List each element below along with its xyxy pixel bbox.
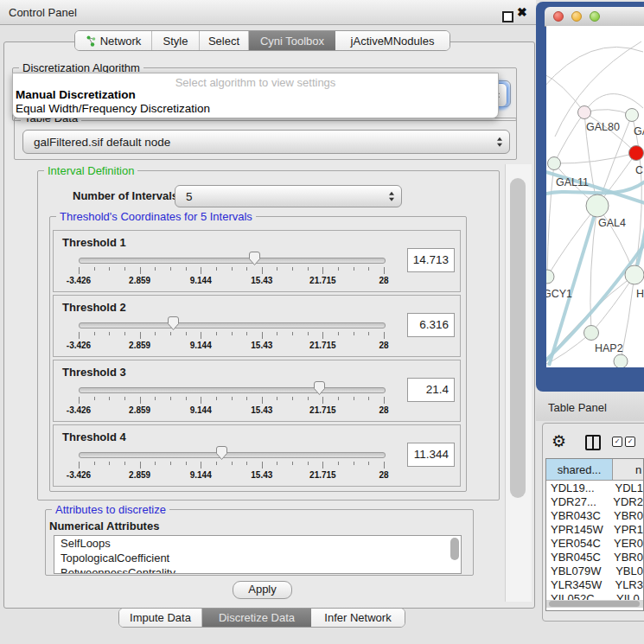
tab-discretize-data-label: Discretize Data [219,611,295,624]
threshold-3-value-field[interactable]: 21.4 [407,378,455,402]
zoom-traffic-light-icon[interactable] [590,11,600,22]
cell-shared-name[interactable]: YBL079W [546,564,612,577]
column-header-shared-name[interactable]: shared... [546,459,613,480]
network-node-label: GAL4 [598,217,626,229]
table-row[interactable]: YBR045CYBR0 [546,550,643,564]
slider-tick [201,397,201,404]
tab-network-label: Network [100,35,142,48]
tab-impute-data[interactable]: Impute Data [119,609,202,627]
cell-name[interactable]: YBR0 [610,551,643,564]
network-edge [554,112,584,163]
table-row[interactable]: YBR043CYBR0 [546,508,643,522]
cell-name[interactable]: YER0 [610,537,643,550]
network-node-gcy1[interactable] [546,270,554,284]
tab-discretize-data[interactable]: Discretize Data [202,609,311,627]
tab-select[interactable]: Select [200,31,249,50]
threshold-2-value-field[interactable]: 6.316 [407,313,455,337]
network-node-gal4[interactable] [586,194,609,217]
network-node-gal80[interactable] [578,106,591,119]
threshold-4-slider-thumb[interactable] [215,445,228,461]
threshold-2-slider-track[interactable] [79,322,386,328]
slider-tick-label: 28 [367,276,401,285]
panel-scrollbar-thumb[interactable] [510,178,526,498]
cell-shared-name[interactable]: YBR045C [546,551,610,564]
select-all-checkbox-icon[interactable]: ✓ [612,437,622,447]
cell-shared-name[interactable]: YDR27... [546,495,609,508]
table-row[interactable]: YDL19...YDL1 [546,481,643,494]
table-row[interactable]: YLR345WYLR3 [546,578,643,592]
cell-shared-name[interactable]: YLR345W [546,578,611,591]
columns-icon[interactable] [585,435,601,450]
slider-tick [232,267,233,271]
table-row[interactable]: YDR27...YDR2 [546,494,643,508]
tab-jactivemnodules[interactable]: jActiveMNodules [335,31,450,50]
slider-tick [94,462,95,465]
gear-icon[interactable]: ⚙ [552,431,566,451]
table-hscrollbar-thumb[interactable] [549,601,640,607]
tab-impute-data-label: Impute Data [130,611,191,624]
table-row[interactable]: YER054CYER0 [546,536,643,550]
slider-tick [322,332,323,339]
threshold-4-value-field[interactable]: 11.344 [407,443,455,467]
tab-infer-network[interactable]: Infer Network [311,609,405,627]
network-canvas[interactable]: GAL80GACGAL11GAL4GCY1HHAP2 [546,26,644,367]
tab-network[interactable]: Network [75,31,152,50]
cell-shared-name[interactable]: YDL19... [546,481,611,494]
network-node-h[interactable] [625,265,644,284]
cell-name[interactable]: YBL0 [612,564,643,577]
threshold-4-slider-track[interactable] [79,452,386,458]
slider-tick [232,332,233,335]
slider-tick [186,462,187,465]
threshold-3-slider-track[interactable] [79,387,386,393]
table-row[interactable]: YBL079WYBL0 [546,564,643,578]
cell-name[interactable]: YPR1 [610,523,643,536]
cell-shared-name[interactable]: YER054C [546,537,610,550]
threshold-1-slider-track[interactable] [79,258,386,264]
list-item[interactable]: BetweennessCentrality [54,565,461,574]
apply-button[interactable]: Apply [233,581,292,599]
slider-tick [170,267,171,271]
network-node-unlabeled[interactable] [614,354,628,367]
tab-cyni-toolbox[interactable]: Cyni Toolbox [249,31,335,50]
column-header-name[interactable]: n [613,459,643,480]
cell-name[interactable]: YLR3 [611,578,643,591]
cell-shared-name[interactable]: YBR043C [546,509,610,522]
numerical-attributes-list[interactable]: SelfLoops TopologicalCoefficient Between… [54,535,462,574]
dropdown-option-manual-discretization[interactable]: Manual Discretization [16,88,136,101]
slider-tick [354,267,354,271]
network-node-gal11[interactable] [548,157,561,170]
network-node-hap2[interactable] [584,326,599,341]
cell-name[interactable]: YDL1 [611,481,643,494]
list-item[interactable]: SelfLoops [54,536,461,551]
list-item[interactable]: TopologicalCoefficient [54,551,461,565]
table-panel-titlebar: Table Panel [536,392,644,421]
cell-name[interactable]: YDR2 [609,495,643,508]
cell-shared-name[interactable]: YPR145W [546,523,610,536]
close-icon[interactable]: ✖ [517,5,527,19]
threshold-3-slider-thumb[interactable] [313,380,326,396]
slider-tick [201,267,201,274]
minimize-traffic-light-icon[interactable] [571,11,582,22]
float-window-button[interactable] [502,11,513,22]
number-of-intervals-combobox[interactable]: 5 [175,185,402,207]
close-traffic-light-icon[interactable] [553,11,564,22]
algorithm-dropdown-popup: Select algorithm to view settings Manual… [12,73,499,118]
slider-tick [308,397,309,400]
unselect-all-checkbox-icon[interactable]: ✓ [625,437,635,447]
network-node-label: GCY1 [546,288,572,300]
slider-tick [79,462,80,469]
threshold-1-slider-thumb[interactable] [248,251,261,266]
cell-name[interactable]: YBR0 [610,509,643,522]
threshold-2-slider-thumb[interactable] [167,316,180,331]
table-data-combobox[interactable]: galFiltered.sif default node [22,130,510,154]
tab-select-label: Select [208,35,239,48]
control-panel-titlebar: Control Panel [0,0,536,25]
dropdown-option-equal-width-frequency[interactable]: Equal Width/Frequency Discretization [16,102,210,115]
network-node-c[interactable] [629,146,644,161]
tab-style[interactable]: Style [152,31,200,50]
slider-tick [155,267,156,271]
list-scrollbar-thumb[interactable] [450,538,459,560]
table-row[interactable]: YPR145WYPR1 [546,522,643,536]
threshold-1-value-field[interactable]: 14.713 [407,248,455,272]
network-node-ga[interactable] [626,109,639,122]
